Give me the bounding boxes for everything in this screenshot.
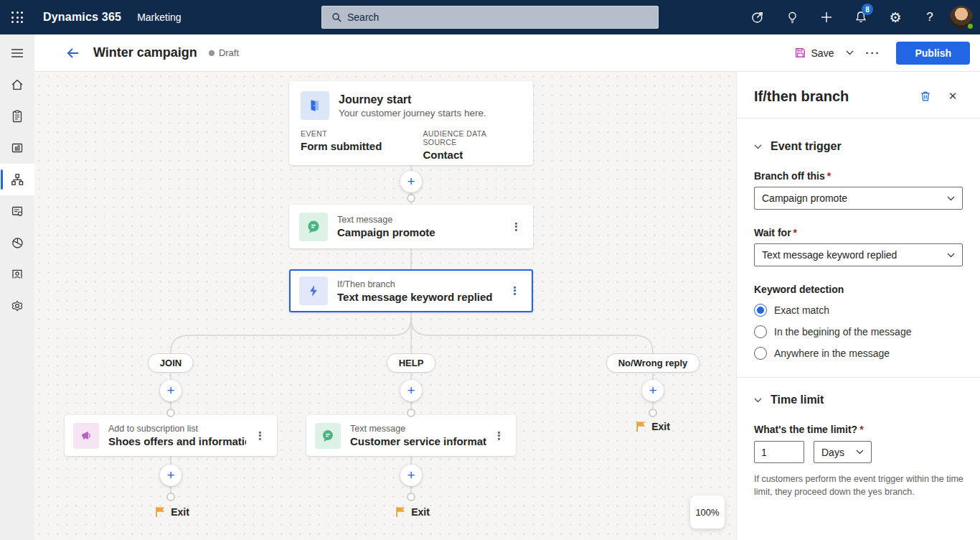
user-avatar[interactable] <box>950 6 973 29</box>
chevron-down-icon <box>856 450 864 455</box>
chevron-down-icon <box>947 196 955 201</box>
exit-flag-icon <box>155 506 166 518</box>
brand-title[interactable]: Dynamics 365 <box>43 11 121 24</box>
notifications-button[interactable]: 8 <box>844 0 878 34</box>
connector-ring <box>166 493 175 501</box>
waffle-icon <box>11 11 23 23</box>
branch-pill-no-wrong-reply: No/Wrong reply <box>606 353 700 373</box>
page-title: Winter campaign <box>93 45 197 60</box>
save-split-chevron-button[interactable] <box>843 47 857 58</box>
time-limit-input[interactable] <box>754 441 804 463</box>
exit-flag-icon <box>395 506 406 518</box>
publish-button[interactable]: Publish <box>896 42 970 65</box>
content-document-icon <box>10 204 24 218</box>
time-limit-label: What's the time limit?* <box>754 424 963 435</box>
app-launcher-waffle-icon[interactable] <box>0 0 34 34</box>
node-type: Text message <box>337 215 435 225</box>
section-event-trigger[interactable]: Event trigger <box>754 140 963 153</box>
sidebar-item-analytics[interactable] <box>0 227 34 259</box>
connector-ring <box>407 493 415 501</box>
audience-label: AUDIENCE DATA SOURCE <box>423 129 522 146</box>
exit-marker: Exit <box>155 506 189 518</box>
sidebar-item-content[interactable] <box>0 195 34 227</box>
node-title: Shoes offers and information <box>108 435 246 447</box>
node-menu-kebab-icon[interactable]: ⋮ <box>250 427 270 445</box>
node-menu-kebab-icon[interactable]: ⋮ <box>489 427 509 445</box>
plus-icon <box>820 11 833 24</box>
node-add-to-subscription-list[interactable]: Add to subscription list Shoes offers an… <box>65 415 277 456</box>
exit-flag-icon <box>636 421 646 432</box>
topbar-actions: 8 ⚙ ? <box>740 0 980 34</box>
search-icon <box>331 11 342 23</box>
required-asterisk: * <box>859 424 863 435</box>
back-arrow-icon <box>66 47 80 60</box>
sidebar-item-home[interactable] <box>0 69 34 101</box>
target-arrow-icon <box>750 10 765 24</box>
radio-exact-match[interactable]: Exact match <box>754 304 963 317</box>
global-search[interactable] <box>321 6 659 29</box>
pie-chart-icon <box>10 236 24 250</box>
exit-marker: Exit <box>395 506 430 518</box>
wait-for-select[interactable]: Text message keyword replied <box>754 243 963 266</box>
connector-ring <box>407 409 415 417</box>
journey-canvas[interactable]: Journey start Your customer journey star… <box>34 72 736 540</box>
branch-off-select[interactable]: Campaign promote <box>754 187 963 210</box>
create-new-button[interactable] <box>809 0 844 34</box>
app-name[interactable]: Marketing <box>137 11 181 23</box>
menu-icon <box>11 48 24 58</box>
zoom-level-badge[interactable]: 100% <box>690 495 725 529</box>
divider <box>737 118 980 118</box>
node-type: If/Then branch <box>337 279 492 289</box>
save-label: Save <box>811 47 834 59</box>
section-time-limit[interactable]: Time limit <box>754 394 963 406</box>
tasks-clipboard-icon <box>10 109 24 124</box>
connector-ring <box>407 194 415 202</box>
journeys-flow-icon <box>10 172 24 187</box>
node-type: Text message <box>350 424 486 434</box>
time-unit-select[interactable]: Days <box>814 441 872 463</box>
more-commands-button[interactable]: ··· <box>857 47 889 59</box>
back-button[interactable] <box>62 42 83 64</box>
sidebar-item-tasks[interactable] <box>0 101 34 132</box>
subscription-list-icon <box>73 423 99 449</box>
task-checker-button[interactable] <box>740 0 775 34</box>
node-text-message-customer-service[interactable]: Text message Customer service informat..… <box>306 415 516 456</box>
branch-pill-join: JOIN <box>148 353 194 373</box>
sidebar-item-journeys[interactable] <box>0 164 34 195</box>
add-step-button[interactable]: + <box>400 465 422 486</box>
command-bar: Winter campaign Draft Save <box>34 34 980 72</box>
delete-button[interactable] <box>915 86 936 106</box>
node-journey-start[interactable]: Journey start Your customer journey star… <box>289 81 533 165</box>
add-step-button[interactable]: + <box>160 465 182 486</box>
node-text-message-campaign-promote[interactable]: Text message Campaign promote ⋮ <box>289 205 533 248</box>
keyword-detection-label: Keyword detection <box>754 284 963 295</box>
if-then-branch-icon <box>299 276 328 305</box>
node-menu-kebab-icon[interactable]: ⋮ <box>507 218 526 236</box>
search-input[interactable] <box>347 11 652 23</box>
settings-button[interactable]: ⚙ <box>878 0 913 34</box>
sidebar-item-settings[interactable] <box>0 290 34 322</box>
node-title: Journey start <box>339 93 486 106</box>
add-step-button[interactable]: + <box>400 171 422 192</box>
radio-beginning-of-message[interactable]: In the begining of the message <box>754 325 963 338</box>
node-if-then-branch[interactable]: If/Then branch Text message keyword repl… <box>289 269 533 312</box>
home-icon <box>10 78 24 92</box>
nav-menu-button[interactable] <box>0 37 34 69</box>
branch-pill-help: HELP <box>387 353 436 373</box>
close-panel-button[interactable]: ✕ <box>943 86 963 106</box>
left-navigation-rail <box>0 34 34 540</box>
sidebar-item-audience[interactable] <box>0 259 34 290</box>
help-button[interactable]: ? <box>913 0 947 34</box>
keyword-detection-radio-group: Exact match In the begining of the messa… <box>754 304 963 360</box>
add-step-button[interactable]: + <box>400 380 422 401</box>
radio-icon <box>754 304 767 317</box>
node-title: Customer service informat.. <box>350 435 486 447</box>
save-button[interactable]: Save <box>790 44 844 62</box>
add-step-button[interactable]: + <box>642 380 664 401</box>
sidebar-item-dashboard[interactable] <box>0 132 34 164</box>
radio-anywhere-in-message[interactable]: Anywhere in the message <box>754 347 963 360</box>
add-step-button[interactable]: + <box>160 380 182 401</box>
help-icon: ? <box>926 10 933 24</box>
node-menu-kebab-icon[interactable]: ⋮ <box>505 281 524 300</box>
suggestions-button[interactable] <box>775 0 809 34</box>
